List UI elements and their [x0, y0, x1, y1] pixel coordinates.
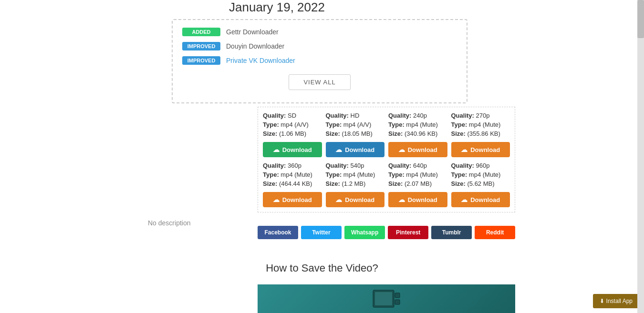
quality-r0c3: Quality: 270p — [451, 112, 510, 119]
svg-rect-3 — [395, 300, 400, 304]
no-description: No description — [148, 219, 191, 227]
type-r1c0: Type: mp4 (Mute) — [263, 171, 322, 178]
type-r1c1: Type: mp4 (Mute) — [326, 171, 385, 178]
dl-cell-r1c2: Quality: 640p Type: mp4 (Mute) Size: (2.… — [388, 162, 447, 207]
install-app-button[interactable]: ⬇ Install App — [593, 294, 639, 308]
changelog-text-2[interactable]: Private VK Downloader — [226, 57, 295, 64]
size-r0c2: Size: (340.96 KB) — [388, 130, 447, 137]
quality-r0c2: Quality: 240p — [388, 112, 447, 119]
size-r0c1: Size: (18.05 MB) — [326, 130, 385, 137]
video-preview — [258, 284, 515, 313]
badge-improved-1: IMPROVED — [182, 42, 220, 50]
cloud-icon: ☁ — [335, 196, 342, 203]
download-btn-r0c1[interactable]: ☁ Download — [326, 142, 385, 157]
size-r0c3: Size: (355.86 KB) — [451, 130, 510, 137]
changelog-item-0: ADDED Gettr Downloader — [182, 28, 457, 36]
type-r0c2: Type: mp4 (Mute) — [388, 121, 447, 128]
size-r1c1: Size: (1.2 MB) — [326, 180, 385, 187]
reddit-button[interactable]: Reddit — [475, 226, 515, 239]
dl-cell-r1c0: Quality: 360p Type: mp4 (Mute) Size: (46… — [263, 162, 322, 207]
download-btn-r0c0[interactable]: ☁ Download — [263, 142, 322, 157]
quality-r1c3: Quality: 960p — [451, 162, 510, 169]
size-r1c2: Size: (2.07 MB) — [388, 180, 447, 187]
size-r0c0: Size: (1.06 MB) — [263, 130, 322, 137]
changelog-box: ADDED Gettr Downloader IMPROVED Douyin D… — [172, 19, 467, 103]
content-area: January 19, 2022 ADDED Gettr Downloader … — [0, 0, 644, 313]
cloud-icon: ☁ — [461, 196, 467, 203]
downloads-grid: Quality: SD Type: mp4 (A/V) Size: (1.06 … — [258, 107, 515, 212]
twitter-button[interactable]: Twitter — [301, 226, 342, 239]
type-r1c3: Type: mp4 (Mute) — [451, 171, 510, 178]
quality-r1c1: Quality: 540p — [326, 162, 385, 169]
cloud-icon: ☁ — [273, 196, 280, 203]
cloud-icon: ☁ — [398, 196, 405, 203]
page-wrapper: January 19, 2022 ADDED Gettr Downloader … — [0, 0, 644, 313]
downloads-inner: Quality: SD Type: mp4 (A/V) Size: (1.06 … — [263, 112, 510, 207]
size-r1c3: Size: (5.62 MB) — [451, 180, 510, 187]
download-btn-r0c3[interactable]: ☁ Download — [451, 142, 510, 157]
svg-rect-2 — [395, 293, 400, 298]
dl-cell-r1c3: Quality: 960p Type: mp4 (Mute) Size: (5.… — [451, 162, 510, 207]
dl-cell-r0c0: Quality: SD Type: mp4 (A/V) Size: (1.06 … — [263, 112, 322, 157]
view-all-button[interactable]: VIEW ALL — [289, 74, 350, 90]
how-to-title: How to Save the Video? — [0, 262, 644, 274]
pinterest-button[interactable]: Pinterest — [388, 226, 428, 239]
social-bar: Facebook Twitter Whatsapp Pinterest Tumb… — [258, 226, 515, 239]
type-r0c3: Type: mp4 (Mute) — [451, 121, 510, 128]
type-r1c2: Type: mp4 (Mute) — [388, 171, 447, 178]
dl-cell-r1c1: Quality: 540p Type: mp4 (Mute) Size: (1.… — [326, 162, 385, 207]
view-all-wrap: VIEW ALL — [182, 74, 457, 90]
cloud-icon: ☁ — [335, 146, 342, 153]
quality-r1c0: Quality: 360p — [263, 162, 322, 169]
size-r1c0: Size: (464.44 KB) — [263, 180, 322, 187]
facebook-button[interactable]: Facebook — [258, 226, 298, 239]
changelog-item-2: IMPROVED Private VK Downloader — [182, 56, 457, 65]
cloud-icon: ☁ — [398, 146, 405, 153]
changelog-text-1: Douyin Downloader — [226, 42, 284, 50]
date-heading: January 19, 2022 — [229, 0, 325, 15]
scrollbar-thumb[interactable] — [637, 0, 644, 38]
quality-r1c2: Quality: 640p — [388, 162, 447, 169]
whatsapp-button[interactable]: Whatsapp — [344, 226, 385, 239]
quality-r0c0: Quality: SD — [263, 112, 322, 119]
download-btn-r1c0[interactable]: ☁ Download — [263, 192, 322, 207]
type-r0c0: Type: mp4 (A/V) — [263, 121, 322, 128]
changelog-item-1: IMPROVED Douyin Downloader — [182, 42, 457, 50]
svg-rect-1 — [375, 292, 392, 305]
video-inner — [258, 284, 515, 313]
download-btn-r0c2[interactable]: ☁ Download — [388, 142, 447, 157]
date-text: January 19, 2022 — [229, 0, 325, 14]
dl-cell-r0c3: Quality: 270p Type: mp4 (Mute) Size: (35… — [451, 112, 510, 157]
tumblr-button[interactable]: Tumblr — [431, 226, 472, 239]
cloud-icon: ☁ — [273, 146, 280, 153]
badge-improved-2: IMPROVED — [182, 56, 220, 65]
badge-added-0: ADDED — [182, 28, 220, 36]
scrollbar-track — [637, 0, 644, 313]
download-btn-r1c2[interactable]: ☁ Download — [388, 192, 447, 207]
download-btn-r1c1[interactable]: ☁ Download — [326, 192, 385, 207]
cloud-icon: ☁ — [461, 146, 467, 153]
download-btn-r1c3[interactable]: ☁ Download — [451, 192, 510, 207]
dl-cell-r0c1: Quality: HD Type: mp4 (A/V) Size: (18.05… — [326, 112, 385, 157]
type-r0c1: Type: mp4 (A/V) — [326, 121, 385, 128]
quality-r0c1: Quality: HD — [326, 112, 385, 119]
changelog-text-0: Gettr Downloader — [226, 28, 279, 36]
video-placeholder-icon — [372, 289, 401, 308]
dl-cell-r0c2: Quality: 240p Type: mp4 (Mute) Size: (34… — [388, 112, 447, 157]
